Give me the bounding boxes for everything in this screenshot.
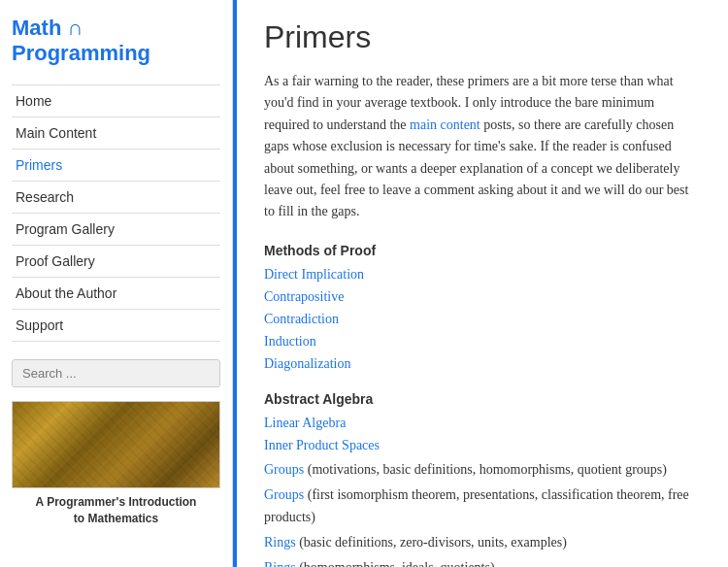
page-title: Primers (264, 19, 701, 55)
rings-item-2: Rings (homomorphisms, ideals, quotients) (264, 557, 701, 567)
search-input[interactable] (12, 359, 220, 387)
list-item: Contradiction (264, 309, 701, 329)
section-methods-of-proof: Methods of Proof Direct Implication Cont… (264, 243, 701, 374)
nav-item-proof-gallery[interactable]: Proof Gallery (12, 246, 220, 278)
groups-item-1: Groups (motivations, basic definitions, … (264, 459, 701, 481)
nav-link-home[interactable]: Home (12, 85, 220, 117)
list-item: Induction (264, 331, 701, 351)
link-induction[interactable]: Induction (264, 334, 316, 349)
nav-item-research[interactable]: Research (12, 182, 220, 214)
main-content-link[interactable]: main content (410, 117, 480, 132)
section-heading-methods: Methods of Proof (264, 243, 701, 258)
list-item: Inner Product Spaces (264, 435, 701, 455)
rings-item-1: Rings (basic definitions, zero-divisors,… (264, 532, 701, 553)
nav-item-program-gallery[interactable]: Program Gallery (12, 214, 220, 246)
list-item: Contrapositive (264, 286, 701, 307)
main-content: Primers As a fair warning to the reader,… (233, 0, 728, 567)
nav-list: Home Main Content Primers Research Progr… (12, 84, 220, 342)
nav-item-support[interactable]: Support (12, 310, 220, 342)
list-item: Linear Algebra (264, 413, 701, 433)
groups-item-2: Groups (first isomorphism theorem, prese… (264, 484, 701, 528)
link-groups-1[interactable]: Groups (264, 462, 304, 477)
nav-item-primers[interactable]: Primers (12, 150, 220, 182)
book-cover-image (12, 401, 220, 488)
section-abstract-algebra: Abstract Algebra Linear Algebra Inner Pr… (264, 391, 701, 567)
book-caption: A Programmer's Introduction to Mathemati… (12, 494, 220, 527)
nav-link-research[interactable]: Research (12, 182, 220, 213)
nav-link-proof-gallery[interactable]: Proof Gallery (12, 246, 220, 277)
search-box (12, 359, 220, 387)
list-item: Direct Implication (264, 264, 701, 284)
intro-paragraph: As a fair warning to the reader, these p… (264, 71, 701, 223)
nav-link-primers[interactable]: Primers (12, 150, 220, 181)
nav-link-support[interactable]: Support (12, 310, 220, 341)
list-item: Diagonalization (264, 353, 701, 374)
link-contradiction[interactable]: Contradiction (264, 312, 339, 326)
link-rings-1[interactable]: Rings (264, 535, 296, 550)
link-inner-product-spaces[interactable]: Inner Product Spaces (264, 438, 380, 452)
nav-link-main-content[interactable]: Main Content (12, 117, 220, 149)
sidebar: Math ∩ Programming Home Main Content Pri… (0, 0, 233, 567)
nav-link-about[interactable]: About the Author (12, 278, 220, 309)
link-linear-algebra[interactable]: Linear Algebra (264, 416, 346, 430)
methods-link-list: Direct Implication Contrapositive Contra… (264, 264, 701, 374)
section-heading-algebra: Abstract Algebra (264, 391, 701, 407)
link-direct-implication[interactable]: Direct Implication (264, 267, 364, 282)
site-title: Math ∩ Programming (12, 16, 220, 67)
link-groups-2[interactable]: Groups (264, 487, 304, 502)
nav-item-about[interactable]: About the Author (12, 278, 220, 310)
nav-link-program-gallery[interactable]: Program Gallery (12, 214, 220, 245)
nav-item-main-content[interactable]: Main Content (12, 117, 220, 150)
algebra-link-list: Linear Algebra Inner Product Spaces (264, 413, 701, 455)
link-rings-2[interactable]: Rings (264, 560, 296, 567)
link-contrapositive[interactable]: Contrapositive (264, 289, 344, 304)
nav-item-home[interactable]: Home (12, 85, 220, 117)
link-diagonalization[interactable]: Diagonalization (264, 356, 350, 371)
